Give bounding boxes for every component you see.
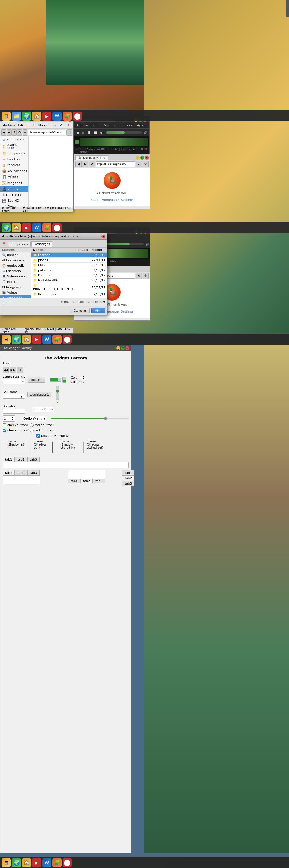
file-table-row[interactable]: 📁PNG05/06/10 <box>31 263 107 268</box>
search-toggle-1[interactable]: 🔍 <box>67 129 72 135</box>
dialog-close[interactable]: × <box>101 235 105 239</box>
taskbar3-word[interactable]: W <box>42 335 51 344</box>
address-bar-1[interactable] <box>28 130 67 135</box>
dialog-add-btn[interactable]: + <box>2 299 6 305</box>
progress-bar-1[interactable] <box>106 131 142 134</box>
back-button-1[interactable]: ◀ <box>1 129 6 135</box>
play-button-1[interactable]: ▶ <box>81 130 86 135</box>
tab1-item1[interactable]: tab1 <box>3 457 15 462</box>
spinner-input[interactable] <box>4 417 11 420</box>
taskbar-home-1[interactable]: 🏠 <box>32 112 41 121</box>
sidebar-item-aplicaciones[interactable]: 📦 Aplicaciones <box>0 168 28 174</box>
sidebar-item-videos[interactable]: 🎬 Vídeos <box>0 186 28 192</box>
taskbar3-puzzle[interactable]: 🧩 <box>52 335 62 344</box>
menu-edicion-1[interactable]: Edición <box>16 123 31 128</box>
taskbar3-earth[interactable]: 🌍 <box>12 335 21 344</box>
taskbar2-home[interactable]: 🏠 <box>12 223 21 232</box>
dialog-place-buscar[interactable]: 🔍Buscar <box>0 252 31 258</box>
file-table-row[interactable]: 📁Polar Ice06/03/12 <box>31 273 107 278</box>
wf-maximize[interactable]: □ <box>121 346 125 350</box>
hscale[interactable] <box>51 418 129 419</box>
dialog-tab-descargas[interactable]: Descargas <box>31 241 53 247</box>
ddg-link-settings[interactable]: Settings <box>121 198 134 202</box>
taskbar4-media[interactable]: ▶ <box>32 858 41 867</box>
togglebutton1[interactable]: togglebutton1 <box>27 392 51 397</box>
taskbar-puzzle-1[interactable]: 🧩 <box>63 112 72 121</box>
br2-bookmark[interactable]: ★ <box>136 273 142 279</box>
ddg-link-homepage[interactable]: Homepage <box>102 198 118 202</box>
taskbar-media-1[interactable]: ▶ <box>42 112 51 121</box>
taskbar2-media[interactable]: ▶ <box>22 223 31 232</box>
br-minimize-1[interactable]: _ <box>136 156 140 160</box>
home-button-1[interactable]: ⌂ <box>23 129 27 135</box>
taskbar-files-1[interactable]: 📁 <box>12 112 21 121</box>
filter-dropdown-arrow[interactable]: ▼ <box>103 300 105 304</box>
comboboxentry-input[interactable]: ▼ <box>3 379 25 384</box>
dialog-place-descargas[interactable]: ⬇Descargas <box>0 295 31 298</box>
dialog-place-videos[interactable]: 🎬Vídeos <box>0 290 31 295</box>
file-table-row[interactable]: 📁Patches06/03/12 <box>31 253 107 258</box>
wf-minimize[interactable]: _ <box>116 346 120 350</box>
checkbutton1[interactable] <box>3 423 6 427</box>
combobox-dropdown[interactable]: ComboBox ▼ <box>32 407 55 412</box>
nav-next-next[interactable]: ▶▶ <box>10 367 16 373</box>
aud-menu-ayuda[interactable]: Ayuda <box>135 123 148 128</box>
br-maximize-1[interactable]: □ <box>140 156 144 160</box>
taskbar3-media[interactable]: ▶ <box>32 335 41 344</box>
progress-bar-2[interactable] <box>107 243 144 245</box>
br-forward-1[interactable]: ▶ <box>82 161 88 167</box>
tab2a-item2[interactable]: tab2 <box>15 470 27 475</box>
sidebar-item-papelera[interactable]: 🗑 Papelera <box>0 162 28 168</box>
menu-ver-1[interactable]: Ver <box>58 123 67 128</box>
dialog-remove-btn[interactable]: − <box>7 299 10 305</box>
sidebar-item-imagenes[interactable]: 🖼 Imágenes <box>0 180 28 186</box>
tab2b-item3[interactable]: tab3 <box>93 478 105 484</box>
tab3-item3[interactable]: tab3 <box>122 481 134 486</box>
url-bar-1[interactable] <box>96 161 135 167</box>
tab2b-item2[interactable]: tab2 <box>80 478 93 484</box>
gtkcombo-box[interactable]: ▼ <box>3 394 25 399</box>
file-table-row[interactable]: 📁Resonnance02/08/11 <box>31 292 107 297</box>
br2-settings[interactable]: ⚙ <box>143 273 149 279</box>
radiobutton2[interactable] <box>30 429 34 432</box>
forward-button-1[interactable]: ▶ <box>7 129 11 135</box>
tab2a-item3[interactable]: tab3 <box>27 470 39 475</box>
next-button-1[interactable]: ⏭ <box>99 130 104 135</box>
aud-menu-archivo[interactable]: Archivo <box>75 123 90 128</box>
dialog-place-escritorio[interactable]: 🖥Escritorio <box>0 269 31 274</box>
radiobutton1[interactable] <box>30 423 34 427</box>
file-table-row[interactable]: 📁places22/11/11 <box>31 258 107 263</box>
file-table-row[interactable]: 📁polar_ice_906/03/12 <box>31 268 107 273</box>
col-nombre[interactable]: Nombre <box>31 248 74 253</box>
dialog-place-equiposolis[interactable]: 🏠equiposolis <box>0 263 31 269</box>
prev-button-1[interactable]: ⏮ <box>75 130 80 135</box>
tab-close-1[interactable]: × <box>103 157 106 159</box>
dialog-place-recent[interactable]: ⏱Usados recie... <box>0 258 31 263</box>
tab1-item3[interactable]: tab3 <box>27 457 39 462</box>
taskbar2-earth[interactable]: 🌍 <box>2 223 11 232</box>
br-close-1[interactable]: × <box>145 156 149 160</box>
dialog-place-imagenes[interactable]: 🖼Imágenes <box>0 284 31 290</box>
optionmenu[interactable]: OptionMenu ▼ <box>22 416 47 421</box>
spinner[interactable]: ▲ ▼ <box>3 415 15 422</box>
ddg2-settings[interactable]: Settings <box>121 310 134 313</box>
col-tamano[interactable]: Tamaño <box>74 248 90 253</box>
menu-marcadores-1[interactable]: Marcadores <box>37 123 58 128</box>
dialog-tab-equiposolis[interactable]: equiposolis <box>8 242 31 247</box>
taskbar4-grid[interactable]: ⊞ <box>2 858 11 867</box>
tab3-item2[interactable]: tab2 <box>122 475 134 481</box>
taskbar4-red[interactable]: ⬤ <box>63 858 72 867</box>
taskbar3-home[interactable]: 🏠 <box>22 335 31 344</box>
aud-menu-ver[interactable]: Ver <box>103 123 111 128</box>
tab3-item1[interactable]: tab1 <box>122 470 134 475</box>
br-settings-1[interactable]: ⚙ <box>143 161 149 167</box>
tab-ddg-1[interactable]: 🦆 DuckDuckGo × <box>75 155 108 160</box>
wf-close[interactable]: × <box>125 346 129 350</box>
taskbar4-puzzle[interactable]: 🧩 <box>52 858 62 867</box>
file-table-row[interactable]: 📁Portable.VB628/03/12 <box>31 278 107 283</box>
taskbar-earth-1[interactable]: 🌍 <box>22 112 31 121</box>
parent-button-1[interactable]: ↑ <box>12 129 17 135</box>
sidebar-item-musica[interactable]: 🎵 Música <box>0 174 28 180</box>
spinner-down[interactable]: ▼ <box>11 418 13 421</box>
br-refresh-1[interactable]: ⟳ <box>89 161 95 167</box>
